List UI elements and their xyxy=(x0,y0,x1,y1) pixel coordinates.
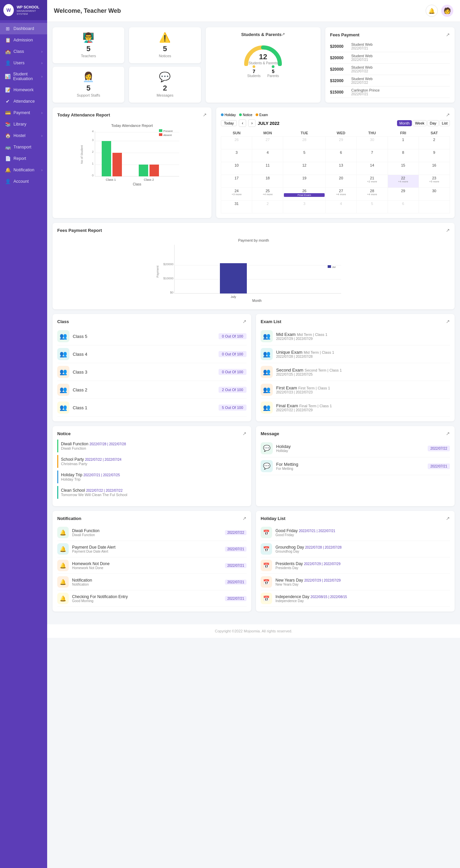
cal-day[interactable]: 2 xyxy=(419,137,450,149)
notif-expand-icon[interactable]: ↗ xyxy=(242,516,247,521)
fees-report-expand-icon[interactable]: ↗ xyxy=(446,227,450,233)
sidebar-item-library[interactable]: 📚 Library xyxy=(0,119,47,130)
sidebar: W WP SCHOOL MANAGEMENT SYSTEM ⊞ Dashboar… xyxy=(0,0,47,868)
cal-day[interactable]: 2 xyxy=(252,200,283,213)
attendance-expand-icon[interactable]: ↗ xyxy=(203,112,207,118)
cal-day-today[interactable]: 22+4 more xyxy=(387,175,419,188)
cal-day[interactable]: 5 xyxy=(356,200,387,213)
cal-day[interactable]: 3 xyxy=(221,149,252,162)
exam-expand-icon[interactable]: ↗ xyxy=(446,319,450,324)
cal-prev-button[interactable]: ‹ xyxy=(239,120,246,127)
cal-day[interactable]: 13 xyxy=(326,162,356,175)
cal-list-view-button[interactable]: List xyxy=(439,120,450,126)
notice-expand-icon[interactable]: ↗ xyxy=(242,431,247,436)
chevron-right-icon: › xyxy=(41,111,42,115)
welcome-heading: Welcome, Teacher Web xyxy=(54,7,121,14)
cal-day[interactable] xyxy=(419,200,450,213)
cal-day[interactable]: 16 xyxy=(419,162,450,175)
notices-icon: ⚠️ xyxy=(159,32,171,43)
cal-day-view-button[interactable]: Day xyxy=(427,120,439,126)
cal-day[interactable]: 6 xyxy=(387,200,419,213)
sidebar-item-account[interactable]: 👤 Account xyxy=(0,176,47,187)
cal-day[interactable]: 17 xyxy=(221,175,252,188)
cal-month-view-button[interactable]: Month xyxy=(397,120,412,126)
calendar-expand-icon[interactable]: ↗ xyxy=(446,112,450,118)
unique-exam-info: Unique Exam Mid Term | Class 1 2022/07/2… xyxy=(276,350,334,359)
cal-day[interactable]: 20 xyxy=(326,175,356,188)
sidebar-item-hostel[interactable]: 🏠 Hostel › xyxy=(0,130,47,142)
cal-day[interactable]: 27+4 more xyxy=(326,188,356,200)
notifications-bell-button[interactable]: 🔔 xyxy=(426,5,438,17)
cal-day[interactable]: 28 xyxy=(283,137,326,149)
sidebar-label-eval: Student Evaluation xyxy=(13,72,41,81)
svg-text:Class: Class xyxy=(133,182,141,186)
cal-day[interactable]: 18 xyxy=(252,175,283,188)
metting-msg-date: 2022/07/21 xyxy=(428,463,450,469)
sp-expand[interactable]: ↗ xyxy=(282,32,285,37)
logo-subtitle: MANAGEMENT SYSTEM xyxy=(17,9,44,16)
avatar-button[interactable]: 🧑 xyxy=(441,5,453,17)
cal-day[interactable]: 31 xyxy=(221,200,252,213)
cal-day[interactable]: 19 xyxy=(283,175,326,188)
attendance-bar-chart: Today Attendance Report No of Student 0 … xyxy=(57,121,207,188)
cal-day[interactable]: 4 xyxy=(326,200,356,213)
fees-bar-chart: Payment by month Payment $0 $10000 $2000… xyxy=(57,236,450,304)
cal-next-button[interactable]: › xyxy=(248,120,256,127)
cal-day[interactable]: 8 xyxy=(387,149,419,162)
sidebar-item-report[interactable]: 📄 Report xyxy=(0,153,47,164)
cal-day[interactable]: 7 xyxy=(356,149,387,162)
fees-report-row: Fees Payment Report ↗ Payment by month P… xyxy=(53,223,455,309)
cal-day[interactable]: 9 xyxy=(419,149,450,162)
notif-item-checking: 🔔 Checking For Notification Entry Good M… xyxy=(57,590,247,607)
cal-day[interactable]: 27 xyxy=(252,137,283,149)
cal-day[interactable]: 14 xyxy=(356,162,387,175)
sidebar-nav: ⊞ Dashboard 📋 Admission 🏫 Class › 👤 User… xyxy=(0,20,47,868)
payment-icon: 💳 xyxy=(5,110,11,116)
sidebar-item-notification[interactable]: 🔔 Notification › xyxy=(0,164,47,176)
sidebar-item-users[interactable]: 👤 Users › xyxy=(0,57,47,69)
svg-text:July: July xyxy=(231,295,236,299)
holiday-expand-icon[interactable]: ↗ xyxy=(446,516,450,521)
cal-day[interactable]: 26 xyxy=(221,137,252,149)
admission-icon: 📋 xyxy=(5,37,11,43)
first-exam-info: First Exam First Term | Class 1 2022/07/… xyxy=(276,385,330,394)
cal-day[interactable]: 5 xyxy=(283,149,326,162)
cal-day[interactable]: 10 xyxy=(221,162,252,175)
cal-day[interactable]: 28+4 more xyxy=(356,188,387,200)
svg-text:Absent: Absent xyxy=(163,134,172,137)
sidebar-item-student-eval[interactable]: 📊 Student Evaluation › xyxy=(0,69,47,84)
cal-day[interactable]: 29 xyxy=(387,188,419,200)
cal-day[interactable]: 23+5 more xyxy=(419,175,450,188)
sidebar-item-admission[interactable]: 📋 Admission xyxy=(0,34,47,46)
sidebar-item-attendance[interactable]: ✔ Attendance xyxy=(0,96,47,107)
students-parents-card: Students & Parents ↗ 12 Students & Paren… xyxy=(206,27,321,103)
notice-message-row: Notice ↗ Diwali Function 2022/07/28 | 20… xyxy=(53,426,455,506)
cal-day[interactable]: 30 xyxy=(419,188,450,200)
sidebar-item-transport[interactable]: 🚌 Transport xyxy=(0,142,47,153)
cal-day[interactable]: 29 xyxy=(326,137,356,149)
fee-info-4: Student Web 2022/07/22 xyxy=(351,77,372,85)
cal-week-view-button[interactable]: Week xyxy=(412,120,427,126)
cal-day[interactable]: 30 xyxy=(356,137,387,149)
sidebar-item-dashboard[interactable]: ⊞ Dashboard xyxy=(0,23,47,34)
sidebar-item-payment[interactable]: 💳 Payment › xyxy=(0,107,47,119)
sidebar-item-class[interactable]: 🏫 Class › xyxy=(0,46,47,57)
cal-today-button[interactable]: Today xyxy=(221,120,237,126)
cal-day[interactable]: 11 xyxy=(252,162,283,175)
fees-expand-icon[interactable]: ↗ xyxy=(446,32,450,37)
cal-day[interactable]: 12 xyxy=(283,162,326,175)
cal-day[interactable]: 21+2 more xyxy=(356,175,387,188)
cal-day[interactable]: 15 xyxy=(387,162,419,175)
payment-notif-info: Payment Due Date Alert Payment Due Date … xyxy=(72,545,115,553)
cal-day[interactable]: 1 xyxy=(387,137,419,149)
cal-day[interactable]: 24+3 more xyxy=(221,188,252,200)
sidebar-label-users: Users xyxy=(13,61,25,65)
class-expand-icon[interactable]: ↗ xyxy=(242,319,247,324)
cal-day-exam[interactable]: 26Final Exam xyxy=(283,188,326,200)
cal-day[interactable]: 3 xyxy=(283,200,326,213)
cal-day[interactable]: 25+4 more xyxy=(252,188,283,200)
sidebar-item-homework[interactable]: 📝 Homework xyxy=(0,84,47,96)
message-expand-icon[interactable]: ↗ xyxy=(446,431,450,436)
cal-day[interactable]: 6 xyxy=(326,149,356,162)
cal-day[interactable]: 4 xyxy=(252,149,283,162)
